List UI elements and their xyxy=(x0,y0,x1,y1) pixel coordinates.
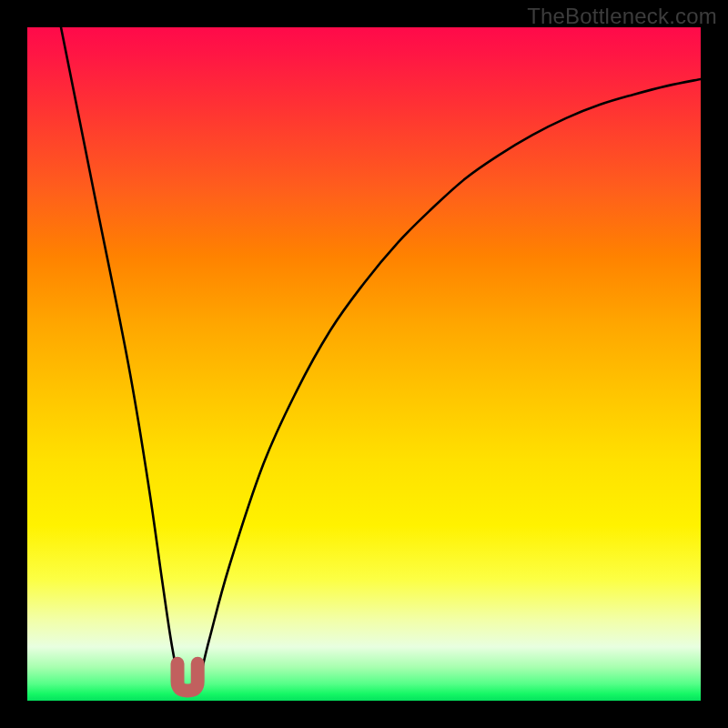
watermark-text: TheBottleneck.com xyxy=(527,4,717,29)
curve-layer xyxy=(27,27,701,701)
plot-area xyxy=(27,27,701,701)
minimum-marker-icon xyxy=(177,663,197,691)
chart-frame: TheBottleneck.com xyxy=(0,0,728,728)
bottleneck-curve xyxy=(61,27,701,694)
